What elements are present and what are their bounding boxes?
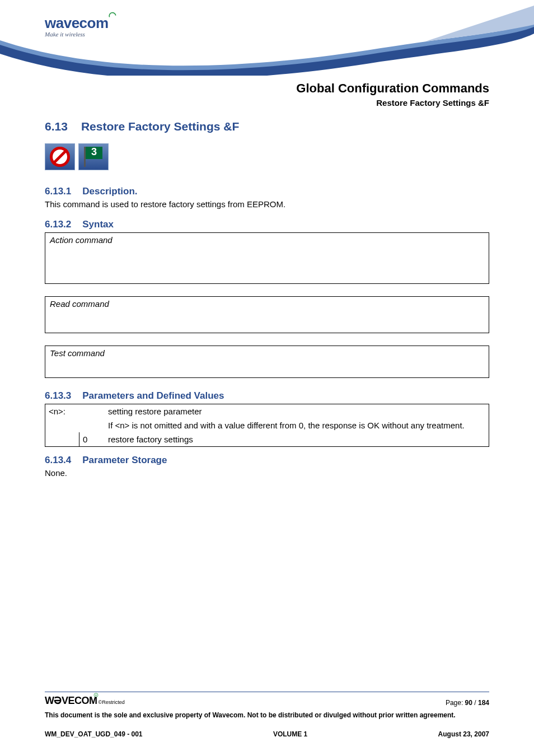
subsection-number: 6.13.3 (45, 390, 71, 402)
footer-top-row: WƏVECOM ☉ ©Restricted Page: 90 / 184 (45, 694, 489, 707)
page-content: Global Configuration Commands Restore Fa… (0, 76, 534, 478)
subsection-title: Syntax (82, 219, 114, 230)
param-name-cell (45, 418, 79, 432)
footer-page: Page: 90 / 184 (446, 699, 489, 707)
subsection-description-heading: 6.13.1 Description. (45, 186, 489, 197)
subsection-storage-heading: 6.13.4 Parameter Storage (45, 455, 489, 466)
page-header-band: wavecom Make it wireless (0, 0, 534, 76)
section-number: 6.13 (45, 120, 68, 133)
read-command-box: Read command (45, 296, 489, 333)
table-row: <n>: setting restore parameter (45, 404, 489, 418)
section-title: Restore Factory Settings &F (81, 120, 239, 133)
footer-logo-label: WƏVECOM (45, 695, 97, 706)
footer-logo-block: WƏVECOM ☉ ©Restricted (45, 694, 125, 707)
brand-logo-text: wavecom (45, 15, 109, 32)
footer-doc-id: WM_DEV_OAT_UGD_049 - 001 (45, 730, 143, 738)
param-value-cell (79, 404, 105, 418)
table-row: 0 restore factory settings (45, 432, 489, 446)
table-row: If <n> is not omitted and with a value d… (45, 418, 489, 432)
subsection-params-heading: 6.13.3 Parameters and Defined Values (45, 390, 489, 402)
param-value-cell (79, 418, 105, 432)
footer-rule (45, 692, 489, 692)
subsection-number: 6.13.4 (45, 455, 71, 466)
action-command-box: Action command (45, 232, 489, 284)
footer-restricted: ©Restricted (99, 699, 125, 705)
param-value-cell: 0 (79, 432, 105, 446)
brand-name: wavecom (45, 15, 109, 31)
header-swoosh-graphic (0, 0, 534, 76)
subsection-number: 6.13.2 (45, 219, 71, 230)
subsection-title: Parameters and Defined Values (82, 390, 224, 402)
prohibition-icon (45, 143, 75, 170)
subsection-title: Parameter Storage (82, 455, 167, 466)
subsection-syntax-heading: 6.13.2 Syntax (45, 219, 489, 230)
param-name-cell (45, 432, 79, 446)
footer-date: August 23, 2007 (438, 730, 489, 738)
flag-number: 3 (86, 146, 102, 158)
page-sep: / (472, 699, 478, 707)
param-desc-cell: If <n> is not omitted and with a value d… (105, 418, 489, 432)
chapter-title: Global Configuration Commands (45, 81, 489, 96)
footer-volume: VOLUME 1 (273, 730, 307, 738)
action-command-label: Action command (50, 235, 113, 245)
read-command-label: Read command (50, 299, 109, 309)
page-label: Page: (446, 699, 465, 707)
description-body: This command is used to restore factory … (45, 199, 489, 209)
section-heading: 6.13 Restore Factory Settings &F (45, 120, 489, 133)
footer-bottom-row: WM_DEV_OAT_UGD_049 - 001 VOLUME 1 August… (45, 730, 489, 738)
brand-logo: wavecom Make it wireless (45, 15, 109, 38)
subsection-title: Description. (82, 186, 137, 197)
subsection-number: 6.13.1 (45, 186, 71, 197)
page-footer: WƏVECOM ☉ ©Restricted Page: 90 / 184 Thi… (45, 692, 489, 738)
test-command-label: Test command (50, 348, 105, 358)
test-command-box: Test command (45, 346, 489, 378)
section-icon-row: 3 (45, 143, 489, 170)
page-total: 184 (478, 699, 489, 707)
page-current: 90 (465, 699, 472, 707)
param-desc-cell: setting restore parameter (105, 404, 489, 418)
storage-body: None. (45, 468, 489, 478)
flag-3-icon: 3 (78, 143, 109, 170)
param-desc-cell: restore factory settings (105, 432, 489, 446)
parameter-table: <n>: setting restore parameter If <n> is… (45, 404, 489, 447)
param-name-cell: <n>: (45, 404, 79, 418)
brand-swoosh-icon (109, 11, 116, 19)
footer-swoosh-icon: ☉ (93, 692, 99, 698)
footer-legal: This document is the sole and exclusive … (45, 711, 489, 719)
chapter-subtitle: Restore Factory Settings &F (45, 98, 489, 108)
footer-logo-text: WƏVECOM ☉ (45, 694, 97, 707)
